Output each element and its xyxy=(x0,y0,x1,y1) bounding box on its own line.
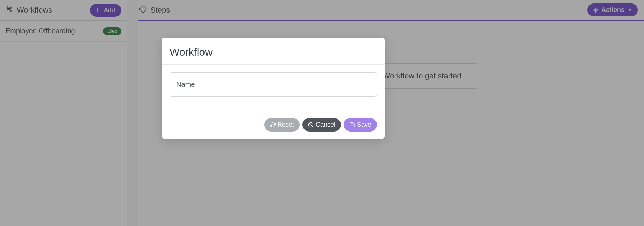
cancel-button-label: Cancel xyxy=(316,121,335,128)
save-button-label: Save xyxy=(357,121,371,128)
name-input[interactable] xyxy=(176,80,370,89)
name-field-container xyxy=(170,72,377,97)
modal-header: Workflow xyxy=(162,38,385,65)
modal-overlay[interactable]: Workflow Reset Cancel Save xyxy=(0,0,644,226)
modal-footer: Reset Cancel Save xyxy=(162,111,385,139)
modal-title: Workflow xyxy=(170,46,377,58)
reset-button-label: Reset xyxy=(278,121,294,128)
modal-body xyxy=(162,65,385,111)
svg-line-7 xyxy=(309,123,312,126)
save-button[interactable]: Save xyxy=(344,118,377,132)
workflow-modal: Workflow Reset Cancel Save xyxy=(162,38,385,139)
cancel-button[interactable]: Cancel xyxy=(302,118,341,132)
reset-button[interactable]: Reset xyxy=(264,118,300,132)
